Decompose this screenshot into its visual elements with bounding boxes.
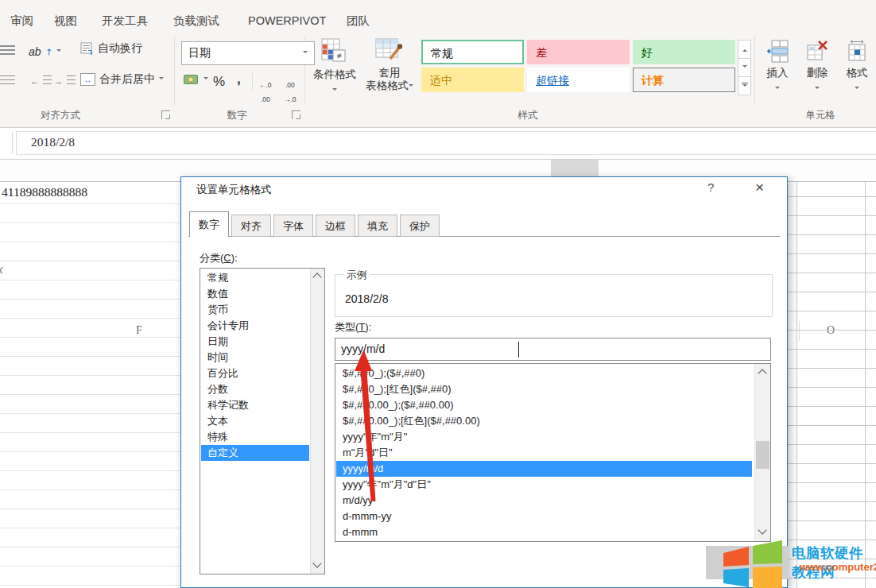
increase-decimal-button[interactable]: ←.0 .00: [259, 75, 272, 103]
mini-separator: [252, 73, 253, 91]
number-group-label: 数字: [227, 109, 247, 122]
chevron-down-icon: [815, 87, 820, 91]
format-item[interactable]: yyyy"年"m"月"d"日": [336, 477, 752, 493]
format-item[interactable]: $#,##0.00_);($#,##0.00): [336, 397, 752, 413]
insert-cells-button[interactable]: 插入: [762, 40, 793, 95]
dialog-tab-border[interactable]: 边框: [316, 215, 355, 237]
dialog-tab-protection[interactable]: 保护: [400, 215, 440, 237]
align-middle-icon[interactable]: [0, 45, 15, 57]
dialog-tab-font[interactable]: 字体: [273, 215, 313, 237]
cell-style-bad[interactable]: 差: [527, 40, 630, 64]
category-item[interactable]: 常规: [201, 270, 309, 286]
conditional-formatting-button[interactable]: ≠ 条件格式: [312, 38, 358, 96]
format-item[interactable]: m"月"d"日": [336, 445, 752, 461]
worksheet-grid-right[interactable]: [788, 182, 876, 588]
accounting-format-button[interactable]: [184, 73, 208, 85]
category-item[interactable]: 数值: [201, 286, 309, 302]
category-item-selected[interactable]: 自定义: [201, 445, 309, 461]
orientation-button[interactable]: ab ↗: [29, 41, 61, 62]
decrease-decimal-button[interactable]: .00 →.0: [284, 75, 297, 103]
increase-indent-button[interactable]: →: [54, 75, 76, 86]
cell-style-calculation[interactable]: 计算: [633, 68, 735, 92]
scroll-up-icon[interactable]: [758, 369, 766, 377]
text-caret: [518, 342, 519, 358]
delete-cells-button[interactable]: 删除: [801, 40, 833, 95]
category-item[interactable]: 科学记数: [201, 397, 309, 413]
dialog-tab-number[interactable]: 数字: [189, 211, 229, 237]
category-item[interactable]: 会计专用: [201, 318, 309, 334]
category-item[interactable]: 分数: [201, 381, 309, 397]
formula-bar: fx 2018/2/8: [0, 128, 876, 160]
chevron-down-icon: [409, 84, 413, 89]
close-button[interactable]: ×: [755, 179, 764, 196]
format-as-table-button[interactable]: 套用 表格格式: [362, 38, 417, 92]
cell-style-good[interactable]: 好: [633, 40, 735, 64]
wrap-text-button[interactable]: 自动换行: [80, 41, 142, 56]
comma-style-button[interactable]: ,: [237, 72, 241, 87]
format-item[interactable]: $#,##0.00_);[红色]($#,##0.00): [336, 413, 752, 429]
category-item[interactable]: 时间: [201, 350, 309, 366]
scroll-down-icon[interactable]: [758, 525, 766, 534]
ribbon-tab-view[interactable]: 视图: [54, 11, 77, 30]
alignment-dialog-launcher[interactable]: [161, 110, 170, 119]
scroll-down-icon[interactable]: [312, 559, 321, 567]
ribbon-tab-powerpivot[interactable]: POWERPIVOT: [248, 11, 326, 30]
cell-style-hyperlink[interactable]: 超链接: [527, 68, 630, 92]
gallery-more-button[interactable]: [738, 76, 751, 95]
type-input[interactable]: yyyy/m/d: [335, 338, 771, 361]
format-item[interactable]: yyyy"年"m"月": [336, 429, 752, 445]
wrap-text-icon: [80, 42, 94, 56]
category-item[interactable]: 文本: [201, 413, 309, 429]
category-item[interactable]: 日期: [201, 334, 309, 350]
format-item[interactable]: d-mmm: [336, 524, 752, 540]
percent-style-button[interactable]: %: [213, 74, 225, 90]
group-separator: [754, 37, 755, 105]
dialog-tab-fill[interactable]: 填充: [358, 215, 397, 237]
format-cells-dialog: 设置单元格格式 ? × 数字 对齐 字体 边框 填充 保护 分类(C): 常规 …: [180, 176, 788, 588]
number-dialog-launcher[interactable]: [292, 110, 300, 119]
format-cells-button[interactable]: 格式: [841, 40, 873, 95]
format-as-table-icon: [375, 38, 405, 64]
decrease-indent-button[interactable]: ←: [30, 75, 52, 86]
category-label: 分类(C):: [200, 251, 238, 265]
category-item[interactable]: 货币: [201, 302, 309, 318]
ribbon-tab-loadtest[interactable]: 负载测试: [173, 11, 219, 30]
format-listbox: $#,##0_);($#,##0) $#,##0_);[红色]($#,##0) …: [335, 363, 771, 542]
format-item-selected[interactable]: yyyy/m/d: [336, 461, 752, 477]
dialog-tab-alignment[interactable]: 对齐: [231, 215, 271, 237]
chevron-down-icon: [855, 87, 859, 91]
format-item[interactable]: $#,##0_);[红色]($#,##0): [336, 381, 752, 397]
cell-style-normal[interactable]: 常规: [421, 40, 524, 64]
merge-center-button[interactable]: ↔ 合并后居中: [80, 72, 164, 87]
gallery-scroll-down-button[interactable]: [738, 58, 751, 77]
format-scrollbar[interactable]: [754, 364, 770, 541]
arrow-right-icon: →: [54, 76, 63, 86]
formula-input[interactable]: 2018/2/8: [16, 131, 876, 155]
indent-lines-icon: [67, 75, 76, 86]
align-left-icon[interactable]: [0, 75, 15, 87]
scrollbar-thumb[interactable]: [756, 441, 769, 469]
scroll-up-icon[interactable]: [312, 273, 321, 281]
format-item[interactable]: m/d/yy: [336, 493, 752, 509]
ribbon-tab-review[interactable]: 审阅: [10, 11, 33, 30]
number-format-dropdown[interactable]: 日期: [181, 41, 315, 65]
cell-value[interactable]: 41189888888888: [2, 185, 87, 199]
category-item[interactable]: 百分比: [201, 366, 309, 381]
cell-style-neutral[interactable]: 适中: [421, 68, 524, 92]
ribbon-tab-developer[interactable]: 开发工具: [102, 11, 148, 30]
gallery-scroll-up-button[interactable]: [738, 40, 751, 59]
alignment-group-label: 对齐方式: [41, 109, 80, 122]
excel-window: 工作簿1 - Excel 审阅 视图 开发工具 负载测试 POWERPIVOT …: [0, 0, 876, 588]
format-cells-icon: [846, 40, 868, 63]
ribbon-tab-team[interactable]: 团队: [347, 11, 370, 30]
format-item[interactable]: $#,##0_);($#,##0): [336, 366, 752, 381]
chevron-down-icon: [159, 77, 164, 82]
category-scrollbar[interactable]: [310, 269, 324, 574]
format-item[interactable]: d-mmm-yy: [336, 509, 752, 524]
help-button[interactable]: ?: [707, 180, 714, 194]
category-item[interactable]: 特殊: [201, 429, 309, 445]
worksheet-grid-left[interactable]: [0, 182, 180, 588]
type-label: 类型(T):: [335, 320, 371, 335]
dialog-title: 设置单元格格式: [196, 183, 272, 197]
currency-icon: [184, 73, 200, 85]
